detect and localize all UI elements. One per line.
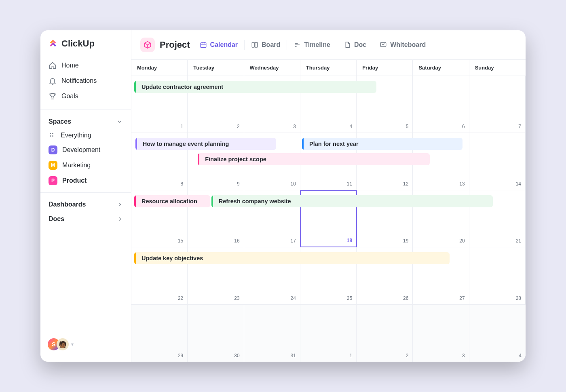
tab-label: Timeline [304, 41, 330, 48]
svg-rect-6 [255, 42, 258, 47]
calendar-event[interactable]: Resource allocation [134, 195, 210, 207]
date-number: 7 [518, 124, 521, 129]
breadcrumb: Project [140, 38, 195, 52]
calendar-event[interactable]: Plan for next year [302, 138, 463, 150]
divider [40, 192, 131, 193]
tab-label: Calendar [210, 41, 238, 48]
space-product[interactable]: PProduct [40, 173, 131, 188]
event-title: Plan for next year [307, 141, 359, 147]
app-window: ClickUp Home Notifications Goals Spaces [40, 30, 526, 362]
day-header-cell: Tuesday [188, 60, 244, 76]
trophy-icon [49, 92, 57, 100]
calendar-cell[interactable]: 2 [357, 305, 413, 362]
tab-label: Doc [354, 41, 366, 48]
event-color-bar [134, 252, 136, 264]
calendar-cell[interactable]: 1 [300, 305, 357, 362]
calendar-event[interactable]: Refresh company website [211, 195, 493, 207]
date-number: 15 [178, 238, 183, 244]
space-badge: D [49, 145, 57, 154]
date-number: 19 [403, 238, 408, 244]
date-number: 17 [290, 238, 296, 244]
event-title: Update key objectives [139, 255, 203, 261]
calendar-event[interactable]: Finalize project scope [198, 153, 430, 165]
tab-label: Whiteboard [390, 41, 426, 48]
brand-name: ClickUp [61, 38, 95, 49]
calendar-event[interactable]: Update contractor agreement [134, 81, 376, 93]
calendar-cell[interactable]: 7 [469, 76, 526, 133]
event-title: Update contractor agreement [139, 84, 223, 90]
calendar-cell[interactable]: 4 [469, 305, 526, 362]
space-development[interactable]: DDevelopment [40, 142, 131, 158]
space-everything-label: Everything [61, 132, 91, 139]
tab-calendar[interactable]: Calendar [200, 41, 238, 48]
svg-point-2 [50, 135, 51, 137]
day-header-cell: Thursday [300, 60, 357, 76]
sidebar: ClickUp Home Notifications Goals Spaces [40, 30, 131, 362]
chevron-down-icon [116, 118, 123, 125]
spaces-list: DDevelopmentMMarketingPProduct [40, 142, 131, 188]
event-color-bar [302, 138, 304, 150]
date-number: 12 [403, 181, 408, 187]
brand-logo[interactable]: ClickUp [40, 38, 131, 56]
sidebar-footer: S 🧑🏾 ▾ [40, 333, 131, 356]
tab-timeline[interactable]: Timeline [294, 41, 330, 48]
date-number: 6 [462, 124, 465, 129]
calendar-event[interactable]: How to manage event planning [135, 138, 276, 150]
nav-home-label: Home [61, 62, 79, 69]
footer-menu-caret[interactable]: ▾ [71, 341, 74, 347]
calendar-week: 2930311234 [131, 305, 526, 362]
section-docs[interactable]: Docs [40, 211, 131, 226]
section-dashboards[interactable]: Dashboards [40, 197, 131, 211]
avatar-member[interactable]: 🧑🏾 [57, 338, 69, 350]
sidebar-sections: DashboardsDocs [40, 197, 131, 226]
date-number: 4 [519, 353, 522, 358]
date-number: 1 [181, 124, 184, 129]
day-header-cell: Monday [131, 60, 188, 76]
calendar-week: 15161718192021Resource allocationRefresh… [131, 190, 526, 247]
calendar-cell[interactable]: 29 [131, 305, 188, 362]
date-number: 21 [516, 238, 521, 244]
home-icon [49, 61, 57, 70]
chevron-right-icon [117, 202, 123, 207]
calendar-cell[interactable]: 6 [413, 76, 469, 133]
tab-whiteboard[interactable]: Whiteboard [380, 41, 426, 48]
nav-notifications[interactable]: Notifications [44, 73, 127, 89]
calendar-cell[interactable]: 28 [469, 247, 526, 304]
clickup-logo-icon [48, 38, 58, 49]
calendar-week: 891011121314How to manage event planning… [131, 133, 526, 190]
separator [337, 40, 337, 50]
tab-label: Board [262, 41, 280, 48]
board-icon [251, 41, 258, 48]
date-number: 4 [349, 124, 352, 129]
calendar-cell[interactable]: 14 [469, 133, 526, 190]
nav-goals[interactable]: Goals [44, 89, 127, 104]
doc-icon [344, 41, 351, 48]
space-label: Development [62, 146, 100, 154]
nav-home[interactable]: Home [44, 58, 127, 73]
event-title: Finalize project scope [203, 156, 266, 162]
calendar-event[interactable]: Update key objectives [134, 252, 450, 264]
date-number: 3 [462, 353, 465, 358]
date-number: 24 [290, 295, 296, 301]
space-badge: P [49, 176, 57, 185]
space-everything[interactable]: Everything [40, 129, 131, 142]
day-header-cell: Saturday [413, 60, 469, 76]
date-number: 28 [516, 295, 521, 301]
tab-board[interactable]: Board [251, 41, 280, 48]
tab-doc[interactable]: Doc [344, 41, 366, 48]
calendar: MondayTuesdayWednesdayThursdayFridaySatu… [131, 60, 526, 362]
date-number: 27 [459, 295, 465, 301]
spaces-header[interactable]: Spaces [40, 114, 131, 129]
calendar-cell[interactable]: 3 [413, 305, 469, 362]
svg-point-3 [52, 135, 53, 137]
calendar-cell[interactable]: 31 [244, 305, 300, 362]
date-number: 5 [406, 124, 409, 129]
date-number: 18 [347, 238, 352, 243]
space-marketing[interactable]: MMarketing [40, 158, 131, 173]
event-color-bar [211, 195, 213, 207]
date-number: 25 [347, 295, 352, 301]
calendar-cell[interactable]: 30 [188, 305, 244, 362]
calendar-weeks: 1234567Update contractor agreement891011… [131, 76, 526, 362]
project-title: Project [160, 40, 190, 50]
date-number: 14 [516, 181, 521, 187]
